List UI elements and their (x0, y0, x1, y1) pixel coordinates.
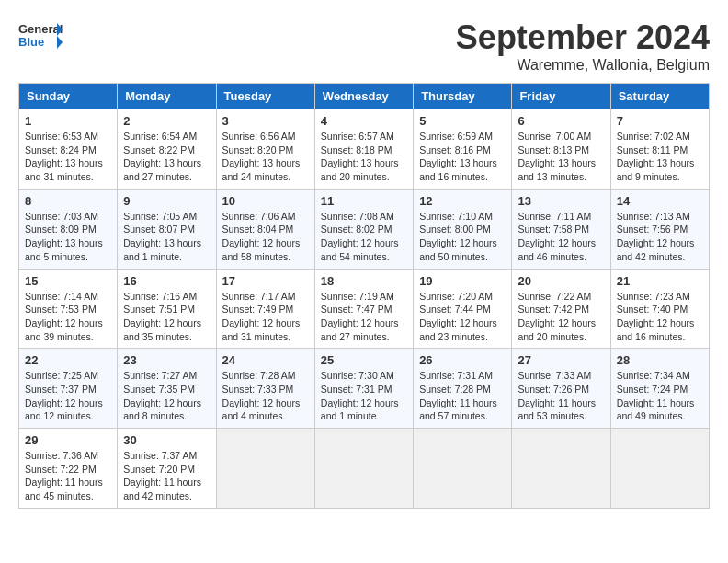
day-info: Sunrise: 7:05 AM Sunset: 8:07 PM Dayligh… (123, 210, 210, 264)
day-number: 26 (419, 353, 506, 367)
calendar-header-row: Sunday Monday Tuesday Wednesday Thursday… (19, 84, 710, 109)
day-number: 28 (617, 353, 703, 367)
day-info: Sunrise: 7:27 AM Sunset: 7:35 PM Dayligh… (123, 369, 210, 423)
table-row: 8Sunrise: 7:03 AM Sunset: 8:09 PM Daylig… (19, 189, 118, 269)
table-row: 23Sunrise: 7:27 AM Sunset: 7:35 PM Dayli… (118, 349, 216, 429)
table-row: 25Sunrise: 7:30 AM Sunset: 7:31 PM Dayli… (314, 349, 413, 429)
day-info: Sunrise: 6:59 AM Sunset: 8:16 PM Dayligh… (419, 130, 506, 184)
col-saturday: Saturday (610, 84, 709, 109)
table-row: 16Sunrise: 7:16 AM Sunset: 7:51 PM Dayli… (118, 269, 216, 349)
table-row: 1Sunrise: 6:53 AM Sunset: 8:24 PM Daylig… (19, 109, 118, 190)
day-number: 18 (321, 274, 407, 288)
day-number: 14 (617, 194, 703, 208)
title-area: September 2024 Waremme, Wallonia, Belgiu… (456, 18, 710, 74)
day-number: 25 (321, 353, 407, 367)
day-number: 22 (25, 353, 111, 367)
page-header: General Blue September 2024 Waremme, Wal… (18, 18, 710, 74)
table-row: 10Sunrise: 7:06 AM Sunset: 8:04 PM Dayli… (216, 189, 314, 269)
day-number: 5 (419, 114, 506, 128)
day-info: Sunrise: 7:19 AM Sunset: 7:47 PM Dayligh… (321, 290, 407, 344)
col-sunday: Sunday (19, 84, 118, 109)
table-row: 4Sunrise: 6:57 AM Sunset: 8:18 PM Daylig… (314, 109, 413, 190)
day-number: 27 (518, 353, 604, 367)
day-number: 30 (123, 433, 210, 447)
day-info: Sunrise: 7:16 AM Sunset: 7:51 PM Dayligh… (123, 290, 210, 344)
table-row: 20Sunrise: 7:22 AM Sunset: 7:42 PM Dayli… (512, 269, 610, 349)
col-friday: Friday (512, 84, 610, 109)
day-number: 15 (25, 274, 111, 288)
col-thursday: Thursday (414, 84, 512, 109)
day-number: 20 (518, 274, 604, 288)
calendar-table: Sunday Monday Tuesday Wednesday Thursday… (18, 83, 710, 509)
table-row: 14Sunrise: 7:13 AM Sunset: 7:56 PM Dayli… (610, 189, 709, 269)
table-row: 18Sunrise: 7:19 AM Sunset: 7:47 PM Dayli… (314, 269, 413, 349)
day-number: 12 (419, 194, 506, 208)
table-row: 21Sunrise: 7:23 AM Sunset: 7:40 PM Dayli… (610, 269, 709, 349)
month-title: September 2024 (456, 18, 710, 57)
day-info: Sunrise: 7:23 AM Sunset: 7:40 PM Dayligh… (617, 290, 703, 344)
day-info: Sunrise: 7:28 AM Sunset: 7:33 PM Dayligh… (222, 369, 309, 423)
day-number: 7 (617, 114, 703, 128)
day-number: 3 (222, 114, 309, 128)
day-info: Sunrise: 7:14 AM Sunset: 7:53 PM Dayligh… (25, 290, 111, 344)
day-info: Sunrise: 7:34 AM Sunset: 7:24 PM Dayligh… (617, 369, 703, 423)
day-number: 21 (617, 274, 703, 288)
day-info: Sunrise: 6:54 AM Sunset: 8:22 PM Dayligh… (123, 130, 210, 184)
table-row: 11Sunrise: 7:08 AM Sunset: 8:02 PM Dayli… (314, 189, 413, 269)
day-info: Sunrise: 7:10 AM Sunset: 8:00 PM Dayligh… (419, 210, 506, 264)
day-info: Sunrise: 7:33 AM Sunset: 7:26 PM Dayligh… (518, 369, 604, 423)
day-number: 24 (222, 353, 309, 367)
day-info: Sunrise: 7:17 AM Sunset: 7:49 PM Dayligh… (222, 290, 309, 344)
table-row: 5Sunrise: 6:59 AM Sunset: 8:16 PM Daylig… (414, 109, 512, 190)
day-info: Sunrise: 7:25 AM Sunset: 7:37 PM Dayligh… (25, 369, 111, 423)
day-info: Sunrise: 6:53 AM Sunset: 8:24 PM Dayligh… (25, 130, 111, 184)
table-row: 7Sunrise: 7:02 AM Sunset: 8:11 PM Daylig… (610, 109, 709, 190)
table-row: 29Sunrise: 7:36 AM Sunset: 7:22 PM Dayli… (19, 429, 118, 509)
table-row: 6Sunrise: 7:00 AM Sunset: 8:13 PM Daylig… (512, 109, 610, 190)
day-info: Sunrise: 7:00 AM Sunset: 8:13 PM Dayligh… (518, 130, 604, 184)
day-number: 13 (518, 194, 604, 208)
col-tuesday: Tuesday (216, 84, 314, 109)
day-info: Sunrise: 7:37 AM Sunset: 7:20 PM Dayligh… (123, 449, 210, 503)
table-row: 15Sunrise: 7:14 AM Sunset: 7:53 PM Dayli… (19, 269, 118, 349)
day-number: 10 (222, 194, 309, 208)
table-row: 28Sunrise: 7:34 AM Sunset: 7:24 PM Dayli… (610, 349, 709, 429)
day-info: Sunrise: 7:31 AM Sunset: 7:28 PM Dayligh… (419, 369, 506, 423)
day-info: Sunrise: 7:13 AM Sunset: 7:56 PM Dayligh… (617, 210, 703, 264)
day-number: 19 (419, 274, 506, 288)
day-number: 9 (123, 194, 210, 208)
table-row: 19Sunrise: 7:20 AM Sunset: 7:44 PM Dayli… (414, 269, 512, 349)
logo-svg: General Blue (18, 18, 64, 60)
table-row: 12Sunrise: 7:10 AM Sunset: 8:00 PM Dayli… (414, 189, 512, 269)
day-number: 17 (222, 274, 309, 288)
day-number: 6 (518, 114, 604, 128)
day-number: 11 (321, 194, 407, 208)
day-number: 2 (123, 114, 210, 128)
table-row: 17Sunrise: 7:17 AM Sunset: 7:49 PM Dayli… (216, 269, 314, 349)
day-info: Sunrise: 7:02 AM Sunset: 8:11 PM Dayligh… (617, 130, 703, 184)
logo: General Blue (18, 18, 64, 60)
day-info: Sunrise: 7:03 AM Sunset: 8:09 PM Dayligh… (25, 210, 111, 264)
day-info: Sunrise: 7:36 AM Sunset: 7:22 PM Dayligh… (25, 449, 111, 503)
table-row: 13Sunrise: 7:11 AM Sunset: 7:58 PM Dayli… (512, 189, 610, 269)
table-row: 30Sunrise: 7:37 AM Sunset: 7:20 PM Dayli… (118, 429, 216, 509)
day-number: 1 (25, 114, 111, 128)
day-info: Sunrise: 6:57 AM Sunset: 8:18 PM Dayligh… (321, 130, 407, 184)
table-row: 9Sunrise: 7:05 AM Sunset: 8:07 PM Daylig… (118, 189, 216, 269)
day-info: Sunrise: 7:06 AM Sunset: 8:04 PM Dayligh… (222, 210, 309, 264)
table-row: 26Sunrise: 7:31 AM Sunset: 7:28 PM Dayli… (414, 349, 512, 429)
table-row: 27Sunrise: 7:33 AM Sunset: 7:26 PM Dayli… (512, 349, 610, 429)
day-info: Sunrise: 7:30 AM Sunset: 7:31 PM Dayligh… (321, 369, 407, 423)
day-number: 16 (123, 274, 210, 288)
svg-text:General: General (18, 22, 63, 36)
day-number: 8 (25, 194, 111, 208)
day-info: Sunrise: 7:08 AM Sunset: 8:02 PM Dayligh… (321, 210, 407, 264)
day-number: 4 (321, 114, 407, 128)
day-info: Sunrise: 7:22 AM Sunset: 7:42 PM Dayligh… (518, 290, 604, 344)
table-row: 2Sunrise: 6:54 AM Sunset: 8:22 PM Daylig… (118, 109, 216, 190)
table-row: 22Sunrise: 7:25 AM Sunset: 7:37 PM Dayli… (19, 349, 118, 429)
svg-text:Blue: Blue (18, 35, 44, 49)
day-number: 29 (25, 433, 111, 447)
col-monday: Monday (118, 84, 216, 109)
day-info: Sunrise: 6:56 AM Sunset: 8:20 PM Dayligh… (222, 130, 309, 184)
